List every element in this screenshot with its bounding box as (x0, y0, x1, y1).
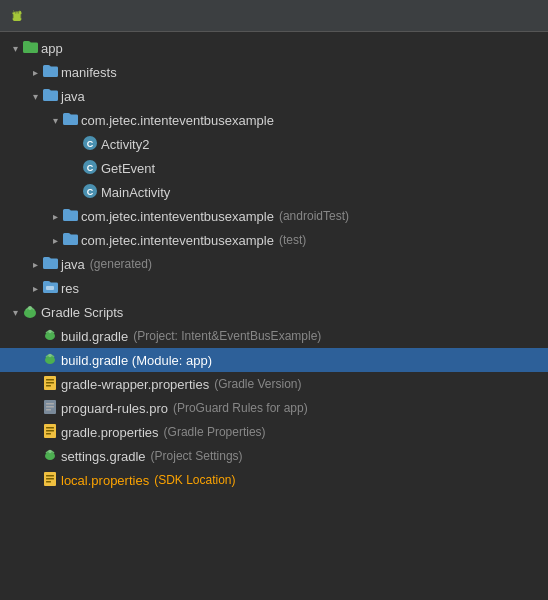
item-label: build.gradle (Module: app) (61, 353, 212, 368)
node-icon: C (82, 135, 101, 154)
item-label: gradle-wrapper.properties (61, 377, 209, 392)
tree-container: appmanifestsjavacom.jetec.intenteventbus… (0, 32, 548, 600)
node-icon (42, 87, 61, 106)
tree-arrow[interactable] (28, 283, 42, 294)
tree-item-getevent[interactable]: CGetEvent (0, 156, 548, 180)
tree-item-java[interactable]: java (0, 84, 548, 108)
tree-item-build-gradle-project[interactable]: build.gradle (Project: Intent&EventBusEx… (0, 324, 548, 348)
tree-arrow[interactable] (48, 115, 62, 126)
svg-rect-20 (46, 409, 51, 411)
node-icon (42, 423, 61, 442)
node-icon (42, 399, 61, 418)
item-label: gradle.properties (61, 425, 159, 440)
svg-rect-6 (46, 286, 54, 290)
tree-arrow[interactable] (28, 91, 42, 102)
android-icon (8, 7, 26, 25)
item-label: Gradle Scripts (41, 305, 123, 320)
item-label: java (61, 89, 85, 104)
node-icon (62, 111, 81, 130)
item-label: com.jetec.intenteventbusexample (81, 209, 274, 224)
item-suffix: (test) (279, 233, 306, 247)
svg-rect-14 (46, 379, 54, 381)
node-icon (42, 63, 61, 82)
node-icon (62, 207, 81, 226)
tree-arrow[interactable] (48, 211, 62, 222)
svg-rect-16 (46, 385, 51, 387)
node-icon (42, 447, 61, 466)
item-suffix: (Gradle Version) (214, 377, 301, 391)
item-label: manifests (61, 65, 117, 80)
tree-item-com2[interactable]: com.jetec.intenteventbusexample (android… (0, 204, 548, 228)
item-suffix: (ProGuard Rules for app) (173, 401, 308, 415)
tree-item-res[interactable]: res (0, 276, 548, 300)
svg-point-12 (48, 353, 52, 357)
item-label: Activity2 (101, 137, 149, 152)
tree-item-gradle-props[interactable]: gradle.properties (Gradle Properties) (0, 420, 548, 444)
tree-arrow[interactable] (28, 259, 42, 270)
item-suffix: (generated) (90, 257, 152, 271)
node-icon: C (82, 159, 101, 178)
svg-rect-23 (46, 430, 54, 432)
svg-rect-30 (46, 481, 51, 483)
item-label: res (61, 281, 79, 296)
tree-item-app[interactable]: app (0, 36, 548, 60)
svg-rect-28 (46, 475, 54, 477)
svg-rect-18 (46, 403, 54, 405)
tree-item-activity2[interactable]: CActivity2 (0, 132, 548, 156)
svg-point-10 (48, 329, 52, 333)
svg-text:C: C (87, 163, 94, 173)
item-label: proguard-rules.pro (61, 401, 168, 416)
tree-item-mainactivity[interactable]: CMainActivity (0, 180, 548, 204)
item-suffix: (SDK Location) (154, 473, 235, 487)
svg-rect-24 (46, 433, 51, 435)
item-label: GetEvent (101, 161, 155, 176)
tree-item-com1[interactable]: com.jetec.intenteventbusexample (0, 108, 548, 132)
node-icon: C (82, 183, 101, 202)
node-icon (22, 303, 41, 322)
node-icon (62, 231, 81, 250)
svg-rect-22 (46, 427, 54, 429)
item-label: settings.gradle (61, 449, 146, 464)
item-label: java (61, 257, 85, 272)
tree-arrow[interactable] (48, 235, 62, 246)
svg-point-8 (28, 306, 32, 310)
item-suffix: (Project Settings) (151, 449, 243, 463)
item-label: com.jetec.intenteventbusexample (81, 233, 274, 248)
tree-arrow[interactable] (8, 43, 22, 54)
tree-item-proguard[interactable]: proguard-rules.pro (ProGuard Rules for a… (0, 396, 548, 420)
tree-item-build-gradle-module[interactable]: build.gradle (Module: app) (0, 348, 548, 372)
item-label: local.properties (61, 473, 149, 488)
svg-rect-15 (46, 382, 54, 384)
svg-text:C: C (87, 187, 94, 197)
svg-rect-19 (46, 406, 54, 408)
svg-text:C: C (87, 139, 94, 149)
node-icon (42, 327, 61, 346)
tree-item-manifests[interactable]: manifests (0, 60, 548, 84)
tree-item-gradle-wrapper[interactable]: gradle-wrapper.properties (Gradle Versio… (0, 372, 548, 396)
tree-item-local-props[interactable]: local.properties (SDK Location) (0, 468, 548, 492)
tree-item-java-gen[interactable]: java (generated) (0, 252, 548, 276)
svg-rect-29 (46, 478, 54, 480)
svg-point-26 (48, 449, 52, 453)
tree-item-settings-gradle[interactable]: settings.gradle (Project Settings) (0, 444, 548, 468)
item-label: MainActivity (101, 185, 170, 200)
title-bar (0, 0, 548, 32)
tree-item-com3[interactable]: com.jetec.intenteventbusexample (test) (0, 228, 548, 252)
tree-arrow[interactable] (8, 307, 22, 318)
item-label: build.gradle (61, 329, 128, 344)
node-icon (42, 255, 61, 274)
item-suffix: (Gradle Properties) (164, 425, 266, 439)
node-icon (42, 351, 61, 370)
node-icon (22, 39, 41, 58)
tree-arrow[interactable] (28, 67, 42, 78)
node-icon (42, 375, 61, 394)
tree-item-gradle-scripts[interactable]: Gradle Scripts (0, 300, 548, 324)
item-suffix: (Project: Intent&EventBusExample) (133, 329, 321, 343)
item-suffix: (androidTest) (279, 209, 349, 223)
item-label: app (41, 41, 63, 56)
item-label: com.jetec.intenteventbusexample (81, 113, 274, 128)
node-icon (42, 279, 61, 298)
node-icon (42, 471, 61, 490)
